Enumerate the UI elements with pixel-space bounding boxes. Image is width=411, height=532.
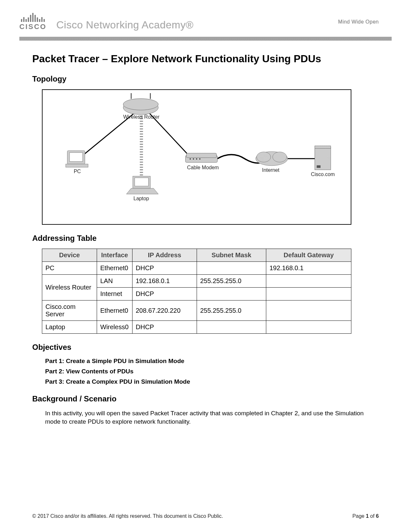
cell-ip: 208.67.220.220 xyxy=(132,300,197,321)
cell-mask: 255.255.255.0 xyxy=(197,275,266,288)
header-divider xyxy=(19,37,392,41)
section-objectives: Objectives xyxy=(32,343,379,352)
cell-iface: Internet xyxy=(97,288,132,300)
cell-mask xyxy=(197,262,266,275)
router-icon: Wireless Router xyxy=(123,93,160,120)
svg-rect-50 xyxy=(315,146,331,148)
pc-label: PC xyxy=(74,169,81,174)
cell-mask xyxy=(197,321,266,334)
content: Packet Tracer – Explore Network Function… xyxy=(0,41,411,426)
svg-rect-36 xyxy=(66,164,88,167)
page-header: CISCO Cisco Networking Academy® Mind Wid… xyxy=(0,0,411,34)
cell-device: PC xyxy=(42,262,97,275)
section-addressing: Addressing Table xyxy=(32,234,379,243)
cisco-logo-text: CISCO xyxy=(19,23,47,31)
modem-icon: Cable Modem xyxy=(185,153,219,170)
cell-device: Cisco.com Server xyxy=(42,300,97,321)
col-interface: Interface xyxy=(97,249,132,262)
cell-gw xyxy=(266,300,351,321)
cell-gw: 192.168.0.1 xyxy=(266,262,351,275)
cell-gw xyxy=(266,288,351,300)
svg-point-42 xyxy=(190,158,191,160)
cell-ip: DHCP xyxy=(132,262,197,275)
section-background: Background / Scenario xyxy=(32,394,379,403)
cell-ip: DHCP xyxy=(132,321,197,334)
pc-icon: PC xyxy=(66,151,88,174)
svg-point-31 xyxy=(123,99,158,110)
col-gateway: Default Gateway xyxy=(266,249,351,262)
cell-iface: Ethernet0 xyxy=(97,300,132,321)
cell-gw xyxy=(266,321,351,334)
cell-device: Wireless Router xyxy=(42,275,97,300)
topology-svg: Wireless Router PC Laptop xyxy=(43,90,351,224)
table-row: Cisco.com Server Ethernet0 208.67.220.22… xyxy=(42,300,351,321)
internet-icon: Internet xyxy=(256,152,288,172)
col-mask: Subnet Mask xyxy=(197,249,266,262)
table-header-row: Device Interface IP Address Subnet Mask … xyxy=(42,249,351,262)
svg-point-47 xyxy=(257,152,271,162)
table-row: Laptop Wireless0 DHCP xyxy=(42,321,351,334)
background-text: In this activity, you will open the save… xyxy=(45,409,379,426)
tagline: Mind Wide Open xyxy=(338,19,379,25)
table-row: PC Ethernet0 DHCP 192.168.0.1 xyxy=(42,262,351,275)
header-left: CISCO Cisco Networking Academy® xyxy=(19,13,193,31)
objective-item: Part 1: Create a Simple PDU in Simulatio… xyxy=(45,358,379,365)
cell-iface: LAN xyxy=(97,275,132,288)
server-icon: Cisco.com xyxy=(311,146,335,177)
col-device: Device xyxy=(42,249,97,262)
page-footer: © 2017 Cisco and/or its affiliates. All … xyxy=(0,513,411,519)
table-row: Wireless Router LAN 192.168.0.1 255.255.… xyxy=(42,275,351,288)
svg-marker-39 xyxy=(126,188,158,194)
svg-rect-35 xyxy=(70,153,83,162)
objectives-list: Part 1: Create a Simple PDU in Simulatio… xyxy=(45,358,379,385)
cell-ip: DHCP xyxy=(132,288,197,300)
server-label: Cisco.com xyxy=(311,172,335,177)
section-topology: Topology xyxy=(32,74,379,84)
cisco-logo: CISCO xyxy=(19,13,47,31)
cell-gw xyxy=(266,275,351,288)
svg-rect-41 xyxy=(186,153,216,158)
objective-item: Part 3: Create a Complex PDU in Simulati… xyxy=(45,378,379,385)
cell-mask: 255.255.255.0 xyxy=(197,300,266,321)
col-ip: IP Address xyxy=(132,249,197,262)
page-title: Packet Tracer – Explore Network Function… xyxy=(32,53,379,65)
laptop-icon: Laptop xyxy=(126,176,158,201)
router-label: Wireless Router xyxy=(123,114,160,120)
objective-item: Part 2: View Contents of PDUs xyxy=(45,368,379,375)
cisco-logo-bars-icon xyxy=(21,13,45,22)
modem-label: Cable Modem xyxy=(187,165,219,170)
page-number: Page 1 of 6 xyxy=(352,513,379,519)
laptop-label: Laptop xyxy=(133,196,149,201)
svg-rect-38 xyxy=(135,178,149,186)
cell-device: Laptop xyxy=(42,321,97,334)
svg-point-43 xyxy=(193,158,194,160)
cell-mask xyxy=(197,288,266,300)
svg-point-48 xyxy=(273,152,287,162)
topology-diagram: Wireless Router PC Laptop xyxy=(42,89,351,225)
internet-label: Internet xyxy=(262,167,279,173)
svg-rect-51 xyxy=(317,165,320,168)
addressing-table: Device Interface IP Address Subnet Mask … xyxy=(42,249,351,334)
cell-iface: Ethernet0 xyxy=(97,262,132,275)
svg-point-45 xyxy=(199,158,201,160)
academy-title: Cisco Networking Academy® xyxy=(56,19,194,31)
svg-point-44 xyxy=(196,158,197,160)
cell-iface: Wireless0 xyxy=(97,321,132,334)
copyright: © 2017 Cisco and/or its affiliates. All … xyxy=(32,513,223,519)
cell-ip: 192.168.0.1 xyxy=(132,275,197,288)
